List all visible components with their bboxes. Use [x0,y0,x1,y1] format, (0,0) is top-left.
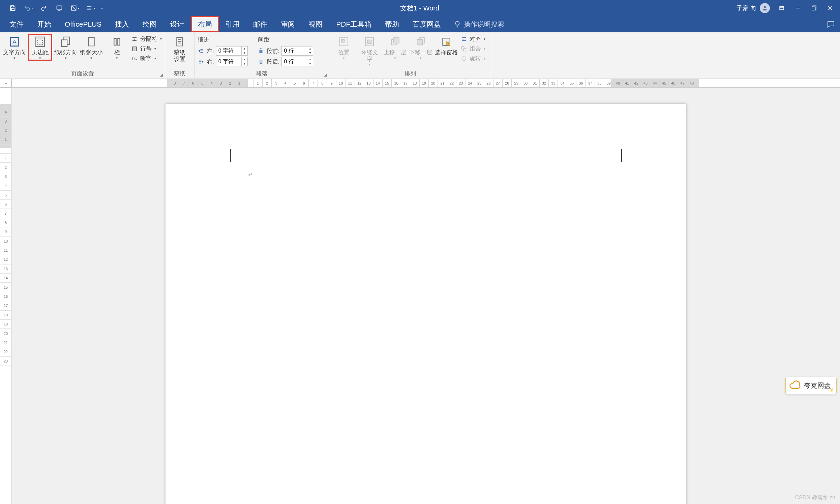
spacing-after-row: 段后: ▲▼ [257,57,314,66]
close-icon[interactable] [826,4,835,13]
svg-rect-7 [812,7,816,10]
svg-text:A: A [13,39,17,45]
margins-icon [33,35,47,49]
group-page-setup: A 文字方向▾ 页边距▾ 纸张方向▾ 纸张大小▾ 栏▾ 分隔符▾ 行号▾ [0,32,165,78]
horizontal-ruler[interactable]: 8765432112345678910111213141516171819202… [12,79,840,88]
tab-baidu[interactable]: 百度网盘 [406,16,448,32]
spacing-before-input[interactable]: ▲▼ [281,46,313,56]
svg-rect-12 [38,39,42,45]
group-objects-button[interactable]: 组合▾ [460,45,485,53]
tab-layout[interactable]: 布局 [191,16,219,32]
tell-me[interactable]: 操作说明搜索 [454,16,504,32]
hyphenation-icon: bc [131,55,138,62]
tab-mailings[interactable]: 邮件 [246,16,274,32]
text-direction-button[interactable]: A 文字方向▾ [3,34,26,60]
tab-review[interactable]: 审阅 [274,16,302,32]
selection-pane-icon [440,35,453,49]
spacing-before-row: 段前: ▲▼ [257,46,314,56]
indent-right-input[interactable]: ▲▼ [216,57,248,66]
arrange-mini: 对齐▾ 组合▾ 旋转▾ [460,34,485,62]
svg-rect-1 [12,8,14,11]
page-setup-launcher-icon[interactable]: ◢ [160,72,163,77]
svg-rect-0 [12,6,14,7]
bring-forward-icon [388,35,402,49]
svg-rect-21 [368,40,371,44]
indent-right-icon [197,58,205,65]
breaks-button[interactable]: 分隔符▾ [131,35,162,43]
tab-home[interactable]: 开始 [30,16,58,32]
selection-pane-button[interactable]: 选择窗格 [435,34,458,56]
align-button[interactable]: 对齐▾ [460,35,485,43]
tab-pdf[interactable]: PDF工具箱 [329,16,378,32]
ribbon: A 文字方向▾ 页边距▾ 纸张方向▾ 纸张大小▾ 栏▾ 分隔符▾ 行号▾ [0,32,840,79]
spacing-after-input[interactable]: ▲▼ [281,57,313,66]
ruler-corner[interactable]: ⌐ [0,79,12,88]
hyphenation-button[interactable]: bc断字▾ [131,55,162,62]
tab-help[interactable]: 帮助 [378,16,406,32]
group-arrange: 位置▾ 环绕文 字▾ 上移一层▾ 下移一层▾ 选择窗格 对齐▾ 组合▾ 旋转▾ … [329,32,491,78]
page[interactable]: ↵ [165,104,686,504]
line-numbers-button[interactable]: 行号▾ [131,45,162,53]
rotate-button[interactable]: 旋转▾ [460,55,485,62]
margins-button[interactable]: 页边距▾ [28,34,52,60]
avatar-icon [760,3,770,13]
user-account[interactable]: 子豪 向 [736,3,770,13]
spacing-after-icon [257,58,265,65]
margin-corner-tl [230,149,243,162]
send-backward-icon [414,35,427,49]
spacing-head: 间距 [257,35,314,45]
svg-point-8 [456,21,459,25]
indent-right-row: 右: ▲▼ [197,57,248,66]
paragraph-launcher-icon[interactable]: ◢ [324,72,327,77]
window-title: 文档1 - Word [103,4,736,13]
columns-button[interactable]: 栏▾ [105,34,129,60]
indent-left-row: 左: ▲▼ [197,46,248,56]
restore-icon[interactable] [810,4,819,13]
position-button[interactable]: 位置▾ [332,34,356,60]
workspace: ⌐ 87654321123456789101112131415161718192… [0,79,840,504]
rotate-icon [460,55,468,62]
vertical-ruler[interactable]: 4321123456789101112131415161718192021222… [0,88,12,504]
send-backward-button[interactable]: 下移一层▾ [409,34,433,60]
line-numbers-icon [131,45,138,53]
tab-view[interactable]: 视图 [302,16,329,32]
group-label-page-setup: 页面设置 [71,70,94,77]
svg-rect-23 [394,38,399,43]
manuscript-icon [173,35,187,49]
undo-icon[interactable] [23,3,33,13]
size-button[interactable]: 纸张大小▾ [80,34,103,60]
svg-point-4 [764,6,766,8]
manuscript-button[interactable]: 稿纸 设置 [168,34,191,62]
columns-icon [110,35,124,49]
tab-references[interactable]: 引用 [219,16,246,32]
indent-left-input[interactable]: ▲▼ [216,46,248,56]
position-icon [337,35,351,49]
qat-icon-6[interactable] [86,3,95,13]
redo-icon[interactable] [39,3,49,13]
save-icon[interactable] [8,3,18,13]
minimize-icon[interactable] [793,4,802,13]
tab-insert[interactable]: 插入 [108,16,136,32]
align-icon [460,35,468,43]
tab-draw[interactable]: 绘图 [136,16,163,32]
ribbon-display-icon[interactable] [777,4,786,13]
orientation-button[interactable]: 纸张方向▾ [54,34,77,60]
quark-label: 夸克网盘 [804,381,831,390]
page-setup-mini: 分隔符▾ 行号▾ bc断字▾ [131,34,162,62]
svg-rect-2 [57,6,62,10]
tab-officeplus[interactable]: OfficePLUS [58,16,108,32]
qat-icon-5[interactable] [70,3,80,13]
tab-design[interactable]: 设计 [163,16,191,32]
tell-me-label: 操作说明搜索 [464,20,504,29]
comments-icon[interactable] [822,16,840,32]
group-label-paragraph: 段落 [256,70,268,77]
quark-netdisk-badge[interactable]: 夸克网盘 ⚡ [785,377,837,394]
tab-file[interactable]: 文件 [3,16,30,32]
bring-forward-button[interactable]: 上移一层▾ [383,34,407,60]
wrap-button[interactable]: 环绕文 字▾ [357,34,381,67]
indent-head: 缩进 [197,35,248,45]
paragraph-mark-icon: ↵ [248,171,253,179]
qat-customize-icon[interactable]: ▾ [101,6,103,10]
qat-icon-4[interactable] [55,3,64,13]
document-canvas[interactable]: ↵ [12,88,840,504]
